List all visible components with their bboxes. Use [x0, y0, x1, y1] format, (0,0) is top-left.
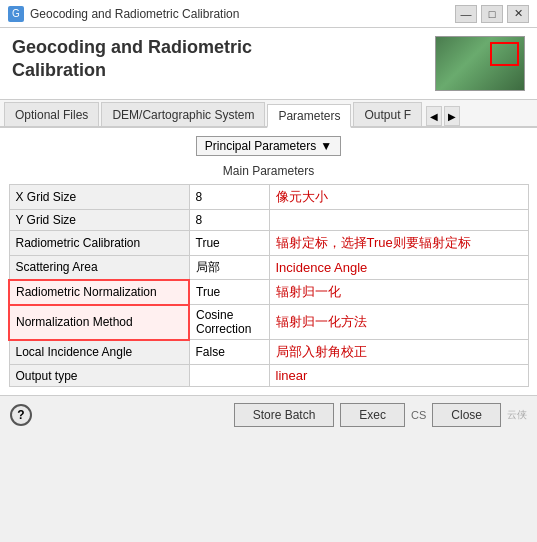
cs-label: CS: [411, 409, 426, 421]
param-annotation-5: 辐射归一化方法: [269, 305, 529, 340]
param-annotation-2: 辐射定标，选择True则要辐射定标: [269, 231, 529, 256]
param-annotation-3: Incidence Angle: [269, 256, 529, 280]
param-name-6: Local Incidence Angle: [9, 340, 189, 365]
table-row: Local Incidence Angle False 局部入射角校正: [9, 340, 529, 365]
app-icon: G: [8, 6, 24, 22]
tab-optional-files[interactable]: Optional Files: [4, 102, 99, 126]
header-image: [435, 36, 525, 91]
title-bar: G Geocoding and Radiometric Calibration …: [0, 0, 537, 28]
exec-button[interactable]: Exec: [340, 403, 405, 427]
content-area: Principal Parameters ▼ Main Parameters X…: [0, 128, 537, 395]
param-annotation-1: [269, 210, 529, 231]
param-annotation-7: linear: [269, 365, 529, 387]
param-name-5: Normalization Method: [9, 305, 189, 340]
param-annotation-4: 辐射归一化: [269, 280, 529, 305]
param-name-2: Radiometric Calibration: [9, 231, 189, 256]
section-title: Main Parameters: [8, 164, 529, 178]
footer-right: Store Batch Exec CS Close 云侠: [234, 403, 527, 427]
tab-output[interactable]: Output F: [353, 102, 422, 126]
param-value-5[interactable]: Cosine Correction: [189, 305, 269, 340]
param-value-1[interactable]: 8: [189, 210, 269, 231]
params-table: X Grid Size 8 像元大小 Y Grid Size 8 Radiome…: [8, 184, 529, 387]
tab-next-button[interactable]: ▶: [444, 106, 460, 126]
table-row: Output type linear: [9, 365, 529, 387]
app-title: Geocoding and Radiometric Calibration: [12, 36, 423, 83]
param-value-2[interactable]: True: [189, 231, 269, 256]
table-row: Scattering Area 局部 Incidence Angle: [9, 256, 529, 280]
footer: ? Store Batch Exec CS Close 云侠: [0, 395, 537, 433]
param-value-4[interactable]: True: [189, 280, 269, 305]
param-value-6[interactable]: False: [189, 340, 269, 365]
table-row: Y Grid Size 8: [9, 210, 529, 231]
param-name-4: Radiometric Normalization: [9, 280, 189, 305]
app-title-line2: Calibration: [12, 60, 106, 80]
minimize-button[interactable]: —: [455, 5, 477, 23]
tab-dem-cartographic[interactable]: DEM/Cartographic System: [101, 102, 265, 126]
dropdown-arrow-icon: ▼: [320, 139, 332, 153]
app-title-line1: Geocoding and Radiometric: [12, 37, 252, 57]
maximize-button[interactable]: □: [481, 5, 503, 23]
dropdown-bar: Principal Parameters ▼: [8, 136, 529, 156]
close-button[interactable]: ✕: [507, 5, 529, 23]
param-name-1: Y Grid Size: [9, 210, 189, 231]
tab-parameters[interactable]: Parameters: [267, 104, 351, 128]
help-button[interactable]: ?: [10, 404, 32, 426]
param-name-7: Output type: [9, 365, 189, 387]
table-row: Radiometric Calibration True 辐射定标，选择True…: [9, 231, 529, 256]
title-bar-controls: — □ ✕: [455, 5, 529, 23]
watermark: 云侠: [507, 408, 527, 422]
param-name-0: X Grid Size: [9, 185, 189, 210]
window-title: Geocoding and Radiometric Calibration: [30, 7, 239, 21]
table-row: Radiometric Normalization True 辐射归一化: [9, 280, 529, 305]
dropdown-label: Principal Parameters: [205, 139, 316, 153]
tab-bar: Optional Files DEM/Cartographic System P…: [0, 100, 537, 128]
tab-prev-button[interactable]: ◀: [426, 106, 442, 126]
param-value-7[interactable]: [189, 365, 269, 387]
header-section: Geocoding and Radiometric Calibration: [0, 28, 537, 100]
param-value-3[interactable]: 局部: [189, 256, 269, 280]
principal-params-dropdown[interactable]: Principal Parameters ▼: [196, 136, 341, 156]
store-batch-button[interactable]: Store Batch: [234, 403, 335, 427]
table-row: X Grid Size 8 像元大小: [9, 185, 529, 210]
table-row: Normalization Method Cosine Correction 辐…: [9, 305, 529, 340]
param-annotation-0: 像元大小: [269, 185, 529, 210]
param-annotation-6: 局部入射角校正: [269, 340, 529, 365]
footer-left: ?: [10, 404, 32, 426]
param-value-0[interactable]: 8: [189, 185, 269, 210]
title-bar-left: G Geocoding and Radiometric Calibration: [8, 6, 239, 22]
param-name-3: Scattering Area: [9, 256, 189, 280]
close-button[interactable]: Close: [432, 403, 501, 427]
